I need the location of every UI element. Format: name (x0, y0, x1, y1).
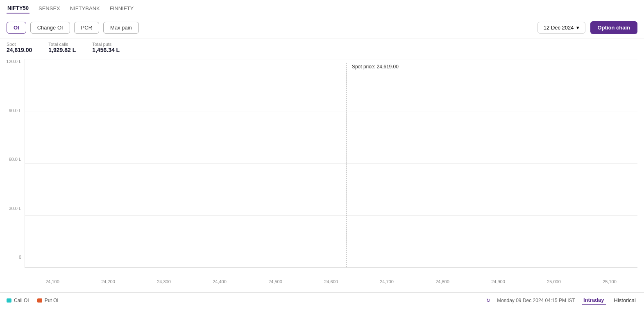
spot-stat: Spot 24,619.00 (7, 42, 32, 53)
y-label-120: 120.0 L (0, 59, 25, 64)
total-calls-stat: Total calls 1,929.82 L (48, 42, 76, 53)
y-axis: 120.0 L 90.0 L 60.0 L 30.0 L 0 (0, 55, 25, 264)
y-label-0: 0 (0, 255, 25, 260)
call-oi-label: Call OI (14, 298, 29, 303)
x-label: 24,200 (101, 279, 115, 284)
tab-sensex[interactable]: SENSEX (38, 4, 61, 13)
bars-area (25, 59, 637, 267)
max-pain-button[interactable]: Max pain (103, 22, 139, 34)
spot-price-line: Spot price: 24,619.00 (347, 63, 347, 267)
x-label: 24,900 (491, 279, 505, 284)
total-calls-value: 1,929.82 L (48, 47, 76, 53)
header-tabs: NIFTY50 SENSEX NIFTYBANK FINNIFTY (0, 0, 644, 17)
total-calls-label: Total calls (48, 42, 76, 47)
x-label: 24,600 (324, 279, 338, 284)
x-axis: 24,10024,20024,30024,40024,50024,60024,7… (25, 279, 637, 284)
footer-right: ↻ Monday 09 Dec 2024 04:15 PM IST Intrad… (486, 296, 637, 305)
total-puts-value: 1,456.34 L (92, 47, 120, 53)
option-chain-button[interactable]: Option chain (590, 21, 637, 34)
call-oi-legend: Call OI (7, 298, 29, 303)
oi-button[interactable]: OI (7, 22, 26, 34)
x-label: 24,500 (268, 279, 282, 284)
timestamp: Monday 09 Dec 2024 04:15 PM IST (497, 298, 575, 303)
date-label: 12 Dec 2024 (544, 25, 574, 31)
x-label: 24,300 (157, 279, 171, 284)
footer: Call OI Put OI ↻ Monday 09 Dec 2024 04:1… (0, 292, 644, 308)
chevron-down-icon: ▾ (576, 25, 579, 31)
put-oi-label: Put OI (45, 298, 59, 303)
y-label-60: 60.0 L (0, 157, 25, 162)
x-label: 24,700 (380, 279, 394, 284)
tab-niftybank[interactable]: NIFTYBANK (69, 4, 101, 13)
spot-label: Spot (7, 42, 32, 47)
spot-value: 24,619.00 (7, 47, 32, 53)
x-label: 25,100 (603, 279, 617, 284)
stats-row: Spot 24,619.00 Total calls 1,929.82 L To… (0, 38, 644, 55)
intraday-tab[interactable]: Intraday (582, 296, 606, 305)
call-oi-color (7, 298, 11, 303)
toolbar: OI Change OI PCR Max pain 12 Dec 2024 ▾ … (0, 17, 644, 38)
x-label: 24,100 (45, 279, 59, 284)
tab-finnifty[interactable]: FINNIFTY (109, 4, 135, 13)
total-puts-stat: Total puts 1,456.34 L (92, 42, 120, 53)
total-puts-label: Total puts (92, 42, 120, 47)
legend: Call OI Put OI (7, 298, 59, 303)
change-oi-button[interactable]: Change OI (30, 22, 70, 34)
x-label: 24,400 (213, 279, 227, 284)
put-oi-color (37, 298, 42, 303)
x-label: 24,800 (435, 279, 449, 284)
y-label-90: 90.0 L (0, 108, 25, 113)
historical-tab[interactable]: Historical (612, 296, 637, 304)
x-label: 25,000 (547, 279, 561, 284)
spot-price-label: Spot price: 24,619.00 (350, 63, 400, 70)
put-oi-legend: Put OI (37, 298, 59, 303)
chart-inner: Spot price: 24,619.00 (25, 59, 637, 268)
y-label-30: 30.0 L (0, 206, 25, 211)
chart-container: 120.0 L 90.0 L 60.0 L 30.0 L 0 Spot pric… (0, 55, 644, 292)
tab-nifty50[interactable]: NIFTY50 (7, 3, 29, 14)
pcr-button[interactable]: PCR (74, 22, 99, 34)
date-picker-button[interactable]: 12 Dec 2024 ▾ (537, 22, 585, 34)
refresh-icon[interactable]: ↻ (486, 298, 490, 303)
date-selector: 12 Dec 2024 ▾ Option chain (537, 21, 637, 34)
